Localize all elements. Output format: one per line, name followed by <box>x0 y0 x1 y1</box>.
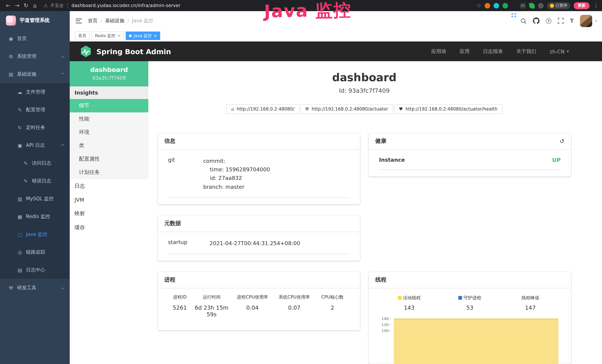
sidebar-item-error-log[interactable]: ✎ 错误日志 <box>0 172 70 190</box>
sba-item-logs[interactable]: 日志 <box>70 179 148 193</box>
browser-home-icon[interactable]: ⌂ <box>30 2 39 9</box>
val-system-cpu: 0.07 <box>273 304 315 318</box>
extension-on-icon[interactable]: on <box>520 3 526 8</box>
sidebar-item-label: Java 监控 <box>26 231 47 238</box>
locale-selector[interactable]: zh-CN ▾ <box>550 48 569 54</box>
dashboard-icon: ◉ <box>8 36 14 41</box>
address-bar[interactable]: ⚠ 不安全 dashboard.yudao.iocoder.cn/infra/a… <box>44 2 180 9</box>
github-icon[interactable] <box>533 17 540 24</box>
breadcrumb-current: Java 监控 <box>132 17 153 24</box>
sba-nav-wall[interactable]: 应用墙 <box>431 48 446 55</box>
browser-back-icon[interactable]: ← <box>4 2 13 9</box>
extensions-puzzle-icon[interactable] <box>538 3 543 8</box>
actuator-url-link[interactable]: ⚒ http://192.168.0.2:48080/actuator <box>300 104 393 114</box>
live-threads-area <box>394 319 559 364</box>
health-card-header: 健康 ↺ <box>369 133 571 150</box>
info-row-git: git commit: time: 1596289704000 id: 27aa… <box>168 152 350 198</box>
cloud-icon: ☁ <box>17 89 23 95</box>
extension-green-icon[interactable] <box>502 3 508 8</box>
sidebar-item-access-log[interactable]: ✎ 访问日志 <box>0 154 70 172</box>
bookmark-star-icon[interactable]: ☆ <box>476 3 481 9</box>
close-icon[interactable]: × <box>117 33 120 38</box>
sidebar-item-label: 首页 <box>17 35 27 42</box>
legend-yellow-swatch <box>398 296 401 300</box>
val-uptime: 6d 23h 15m 59s <box>192 304 232 318</box>
breadcrumb-separator: / <box>127 18 129 23</box>
sba-nav-journal[interactable]: 日志报表 <box>483 48 503 55</box>
sba-item-details[interactable]: 细节 <box>70 99 148 112</box>
legend-peak-label: 线程峰值 <box>500 295 561 301</box>
breadcrumb-home[interactable]: 首页 <box>88 17 97 24</box>
sba-item-jvm[interactable]: JVM <box>70 193 148 207</box>
sba-item-config-props[interactable]: 配置属性 <box>70 152 148 166</box>
breadcrumb-separator: / <box>100 18 102 23</box>
sidebar-item-config-management[interactable]: ✎ 配置管理 <box>0 101 70 119</box>
tab-home[interactable]: 首页 <box>75 32 90 40</box>
update-button[interactable]: 更新 <box>574 2 590 9</box>
spring-boot-admin-logo-icon <box>80 45 92 57</box>
security-label[interactable]: 不安全 <box>50 2 64 9</box>
admin-sidebar: 芋道管理系统 ◉ 首页 ⚙ 系统管理 ▤ 基础设施 ☁ 文件管理 ✎ 配置管理 <box>0 11 70 364</box>
browser-reload-icon[interactable]: ↻ <box>22 2 30 9</box>
url-text[interactable]: dashboard.yudao.iocoder.cn/infra/admin-s… <box>72 3 181 8</box>
help-icon[interactable]: ? <box>546 18 552 23</box>
warning-icon: ⚠ <box>44 3 48 8</box>
extension-drop-icon[interactable] <box>493 3 499 8</box>
sba-item-metrics[interactable]: 性能 <box>70 112 148 126</box>
browser-forward-icon[interactable]: → <box>13 2 22 9</box>
sba-item-environment[interactable]: 环境 <box>70 126 148 139</box>
chevron-down-icon <box>61 55 64 58</box>
fullscreen-icon[interactable] <box>558 18 564 24</box>
sidebar-item-scheduled-jobs[interactable]: ↻ 定时任务 <box>0 119 70 137</box>
sidebar-item-label: 日志中心 <box>26 267 45 273</box>
app-logo[interactable]: 芋道管理系统 <box>0 11 70 30</box>
col-pid: 进程ID <box>168 294 192 300</box>
sba-nav: 应用墙 应用 日志报表 关于我们 zh-CN ▾ <box>431 48 569 55</box>
health-url-link[interactable]: ♥ http://192.168.0.2:48080/actuator/heal… <box>394 104 502 114</box>
sba-nav-applications[interactable]: 应用 <box>460 48 470 55</box>
sba-instance-header[interactable]: dashboard 93a3fc7f7409 <box>70 61 148 86</box>
instance-id-subtitle: Id: 93a3fc7f7409 <box>158 87 571 94</box>
sba-item-caches[interactable]: 缓存 <box>70 221 148 235</box>
sidebar-item-dev-tools[interactable]: ⚒ 研发工具 <box>0 279 70 297</box>
service-url-link[interactable]: ⌂ http://192.168.0.2:48080/ <box>226 104 299 114</box>
paused-badge[interactable]: 已暂停 <box>547 2 570 9</box>
mysql-icon: ▥ <box>17 196 23 202</box>
sidebar-item-label: 链路追踪 <box>26 249 45 256</box>
tab-java-monitor[interactable]: Java 监控 × <box>126 32 160 40</box>
sidebar-item-infrastructure[interactable]: ▤ 基础设施 <box>0 65 70 83</box>
hamburger-icon[interactable] <box>76 18 82 23</box>
sidebar-item-redis-monitor[interactable]: ▦ Redis 监控 <box>0 208 70 225</box>
sidebar-item-java-monitor[interactable]: ▢ Java 监控 <box>0 225 70 243</box>
main-column: 首页 / 基础设施 / Java 监控 ? T <box>70 11 602 364</box>
sba-item-classes[interactable]: 类 <box>70 139 148 152</box>
caret-down-icon: ▾ <box>567 49 569 54</box>
browser-menu-icon[interactable]: ⋮ <box>594 3 599 8</box>
legend-peak-threads: 线程峰值 147 <box>500 295 561 311</box>
tab-redis-monitor[interactable]: Redis 监控 × <box>92 32 124 40</box>
font-size-icon[interactable]: T <box>570 18 574 24</box>
breadcrumb-infrastructure[interactable]: 基础设施 <box>105 17 124 24</box>
process-table-values: 5261 6d 23h 15m 59s 0.04 0.07 2 <box>168 301 350 324</box>
history-icon[interactable]: ↺ <box>560 138 564 144</box>
threads-card-title: 线程 <box>375 276 386 283</box>
sba-item-scheduled-tasks[interactable]: 计划任务 <box>70 166 148 179</box>
extension-fox-icon[interactable] <box>484 3 490 8</box>
sba-item-mappings[interactable]: 映射 <box>70 207 148 221</box>
extension-grid-icon[interactable] <box>511 12 517 18</box>
close-icon[interactable]: × <box>153 33 157 38</box>
sidebar-item-log-center[interactable]: ▤ 日志中心 <box>0 261 70 279</box>
sba-nav-about[interactable]: 关于我们 <box>516 48 536 55</box>
sidebar-item-home[interactable]: ◉ 首页 <box>0 30 70 47</box>
process-card-header: 进程 <box>158 272 360 288</box>
extension-leaf-icon[interactable] <box>529 3 535 8</box>
sidebar-item-tracing[interactable]: ◎ 链路追踪 <box>0 243 70 261</box>
sidebar-item-api-log[interactable]: ▣ API 日志 <box>0 137 70 154</box>
health-row-instance[interactable]: Instance UP <box>379 152 561 170</box>
search-icon[interactable] <box>520 18 527 24</box>
sidebar-item-mysql-monitor[interactable]: ▥ MySQL 监控 <box>0 190 70 208</box>
sidebar-item-system[interactable]: ⚙ 系统管理 <box>0 47 70 65</box>
sidebar-item-file-management[interactable]: ☁ 文件管理 <box>0 83 70 101</box>
sba-brand[interactable]: Spring Boot Admin <box>80 45 171 57</box>
sidebar-submenu: ☁ 文件管理 ✎ 配置管理 ↻ 定时任务 ▣ API 日志 ✎ 访问日志 ✎ <box>0 83 70 279</box>
